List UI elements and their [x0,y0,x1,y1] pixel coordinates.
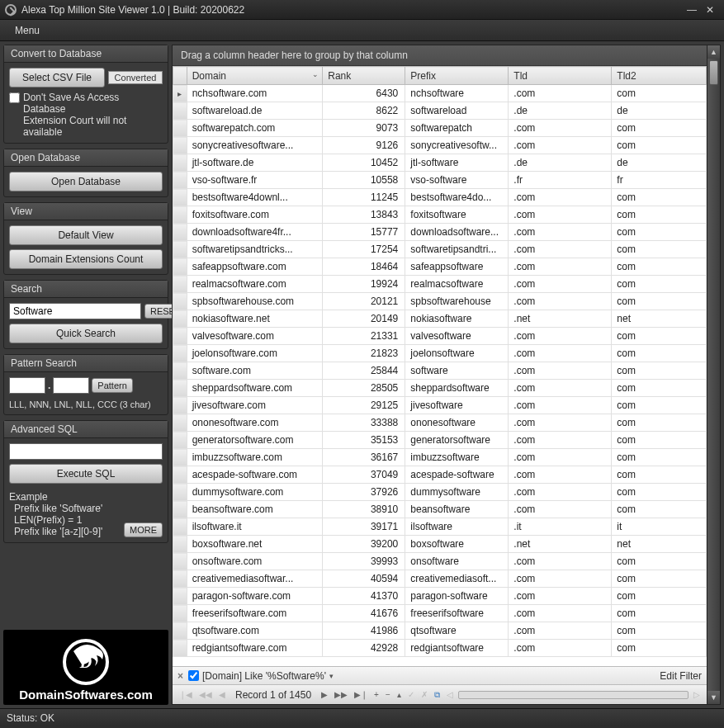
table-row[interactable]: softwareload.de8622softwareload.dede [173,102,707,120]
cell-tld[interactable]: .com [509,570,612,588]
cell-tld2[interactable]: com [612,85,707,102]
nav-scroll-right-icon[interactable]: ▷ [692,690,702,699]
cell-tld[interactable]: .net [509,536,612,553]
cell-tld[interactable]: .de [509,154,612,172]
cell-rank[interactable]: 39171 [323,518,405,536]
cell-prefix[interactable]: boxsoftware [405,536,509,553]
cell-tld[interactable]: .com [509,224,612,241]
menu-button[interactable]: Menu [10,23,45,38]
cell-prefix[interactable]: qtsoftware [405,622,509,640]
cell-prefix[interactable]: software [405,362,509,380]
cell-tld2[interactable]: net [612,310,707,328]
cell-tld2[interactable]: com [612,328,707,345]
cell-tld2[interactable]: com [612,622,707,640]
cell-prefix[interactable]: ononesoftware [405,414,509,432]
cell-domain[interactable]: softwarepatch.com [187,120,323,137]
edit-filter-link[interactable]: Edit Filter [660,670,702,682]
cell-domain[interactable]: realmacsoftware.com [187,276,323,293]
cell-tld2[interactable]: com [612,484,707,501]
cell-rank[interactable]: 15777 [323,224,405,241]
cell-prefix[interactable]: nokiasoftware [405,310,509,328]
cell-domain[interactable]: vso-software.fr [187,172,323,189]
cell-domain[interactable]: bestsoftware4downl... [187,189,323,206]
column-header-tld[interactable]: Tld [509,67,612,85]
cell-tld2[interactable]: com [612,224,707,241]
cell-tld2[interactable]: com [612,605,707,622]
cell-tld[interactable]: .com [509,85,612,102]
cell-domain[interactable]: imbuzzsoftware.com [187,449,323,466]
cell-tld[interactable]: .com [509,293,612,310]
cell-domain[interactable]: freeserifsoftware.com [187,605,323,622]
cell-prefix[interactable]: sonycreativesoftw... [405,137,509,154]
nav-prev-icon[interactable]: ◀ [217,690,227,699]
cell-domain[interactable]: ononesoftware.com [187,414,323,432]
filter-dropdown-icon[interactable]: ▾ [329,672,334,680]
cell-domain[interactable]: ilsoftware.it [187,518,323,536]
cell-domain[interactable]: jivesoftware.com [187,397,323,414]
cell-tld2[interactable]: com [612,397,707,414]
group-by-header[interactable]: Drag a column header here to group by th… [173,45,707,66]
cell-domain[interactable]: software.com [187,362,323,380]
cell-tld[interactable]: .com [509,206,612,224]
cell-rank[interactable]: 6430 [323,85,405,102]
cell-rank[interactable]: 21823 [323,345,405,362]
nav-first-icon[interactable]: ❘◀ [177,690,194,699]
cell-domain[interactable]: softwaretipsandtricks... [187,241,323,258]
cell-tld[interactable]: .com [509,137,612,154]
cell-tld2[interactable]: de [612,102,707,120]
cell-prefix[interactable]: jtl-software [405,154,509,172]
cell-tld2[interactable]: com [612,345,707,362]
cell-prefix[interactable]: beansoftware [405,501,509,518]
cell-tld2[interactable]: com [612,432,707,449]
table-row[interactable]: onsoftware.com39993onsoftware.comcom [173,553,707,570]
cell-prefix[interactable]: softwareload [405,102,509,120]
close-button[interactable]: ✕ [701,4,719,16]
nav-cancel-icon[interactable]: ✗ [419,690,429,699]
cell-rank[interactable]: 36167 [323,449,405,466]
quick-search-button[interactable]: Quick Search [9,324,163,343]
cell-prefix[interactable]: acespade-software [405,466,509,484]
cell-rank[interactable]: 9126 [323,137,405,154]
cell-domain[interactable]: nchsoftware.com [187,85,323,102]
cell-domain[interactable]: sheppardsoftware.com [187,380,323,397]
table-row[interactable]: boxsoftware.net39200boxsoftware.netnet [173,536,707,553]
cell-tld2[interactable]: com [612,414,707,432]
cell-rank[interactable]: 42928 [323,640,405,657]
default-view-button[interactable]: Default View [9,225,163,245]
cell-tld2[interactable]: it [612,518,707,536]
pattern-input-2[interactable] [53,377,89,394]
cell-prefix[interactable]: realmacsoftware [405,276,509,293]
nav-add-icon[interactable]: + [372,690,381,699]
cell-tld2[interactable]: fr [612,172,707,189]
cell-rank[interactable]: 25844 [323,362,405,380]
cell-tld[interactable]: .com [509,397,612,414]
dont-save-checkbox-input[interactable] [9,92,20,103]
cell-prefix[interactable]: imbuzzsoftware [405,449,509,466]
cell-tld2[interactable]: com [612,258,707,276]
cell-rank[interactable]: 37926 [323,484,405,501]
cell-tld[interactable]: .com [509,622,612,640]
cell-prefix[interactable]: sheppardsoftware [405,380,509,397]
cell-rank[interactable]: 20121 [323,293,405,310]
cell-rank[interactable]: 33388 [323,414,405,432]
column-header-rank[interactable]: Rank [323,67,405,85]
cell-prefix[interactable]: bestsoftware4do... [405,189,509,206]
table-row[interactable]: jivesoftware.com29125jivesoftware.comcom [173,397,707,414]
cell-prefix[interactable]: nchsoftware [405,85,509,102]
cell-tld2[interactable]: com [612,501,707,518]
table-row[interactable]: creativemediasoftwar...40594creativemedi… [173,570,707,588]
cell-rank[interactable]: 13843 [323,206,405,224]
nav-commit-icon[interactable]: ✓ [406,690,416,699]
column-header-domain[interactable]: Domain⌄ [187,67,323,85]
nav-next-page-icon[interactable]: ▶▶ [333,690,349,699]
select-csv-button[interactable]: Select CSV File [9,68,105,87]
cell-rank[interactable]: 41676 [323,605,405,622]
cell-tld2[interactable]: com [612,466,707,484]
cell-tld[interactable]: .com [509,362,612,380]
cell-domain[interactable]: safeappsoftware.com [187,258,323,276]
table-row[interactable]: foxitsoftware.com13843foxitsoftware.comc… [173,206,707,224]
table-row[interactable]: realmacsoftware.com19924realmacsoftware.… [173,276,707,293]
table-row[interactable]: joelonsoftware.com21823joelonsoftware.co… [173,345,707,362]
table-row[interactable]: paragon-software.com41370paragon-softwar… [173,588,707,605]
cell-prefix[interactable]: onsoftware [405,553,509,570]
